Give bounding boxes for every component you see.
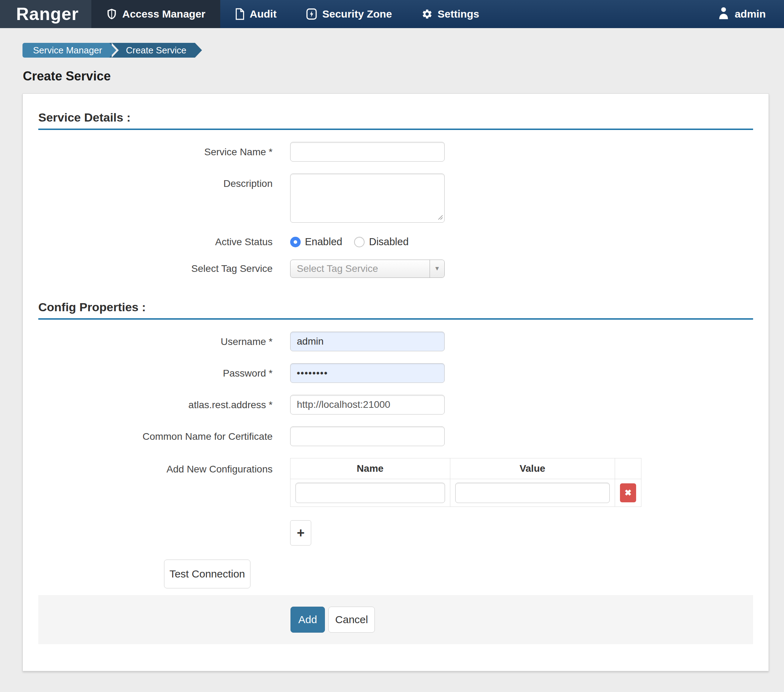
user-label: admin <box>735 8 766 20</box>
common-name-row: Common Name for Certificate <box>38 427 753 446</box>
test-connection-button[interactable]: Test Connection <box>164 560 250 588</box>
nav-access-manager[interactable]: Access Manager <box>91 0 220 28</box>
user-menu[interactable]: admin <box>717 0 784 28</box>
enabled-radio-label: Enabled <box>305 236 342 248</box>
add-new-configurations-label: Add New Configurations <box>38 458 290 507</box>
description-textarea[interactable] <box>290 173 445 223</box>
gear-icon <box>422 8 433 20</box>
atlas-rest-address-input[interactable] <box>290 395 445 415</box>
active-status-label: Active Status <box>38 236 290 248</box>
nav-security-zone[interactable]: Security Zone <box>291 0 407 28</box>
resize-handle-icon[interactable] <box>436 214 443 221</box>
cancel-button[interactable]: Cancel <box>328 606 375 633</box>
common-name-label: Common Name for Certificate <box>38 427 290 446</box>
add-button[interactable]: Add <box>290 606 325 633</box>
breadcrumb: Service Manager Create Service <box>23 43 784 58</box>
plus-icon: + <box>297 526 305 540</box>
password-label: Password * <box>38 363 290 383</box>
username-input[interactable] <box>290 331 445 351</box>
breadcrumb-create-service[interactable]: Create Service <box>109 43 195 58</box>
enabled-radio[interactable] <box>290 237 301 247</box>
tag-service-label: Select Tag Service <box>38 263 290 274</box>
section-heading-config-properties: Config Properties : <box>38 300 753 320</box>
username-row: Username * <box>38 331 753 351</box>
nav-item-label: Access Manager <box>122 8 206 20</box>
username-label: Username * <box>38 331 290 351</box>
config-action-header <box>615 458 641 479</box>
service-name-label: Service Name * <box>38 142 290 161</box>
nav-item-label: Security Zone <box>322 8 392 20</box>
config-name-input[interactable] <box>295 483 445 503</box>
page-title: Create Service <box>23 69 784 84</box>
nav-item-label: Settings <box>438 8 479 20</box>
description-row: Description <box>38 173 753 224</box>
form-actions-bar: Add Cancel <box>38 595 753 644</box>
tag-service-row: Select Tag Service Select Tag Service ▼ <box>38 260 753 278</box>
password-input[interactable] <box>290 363 445 383</box>
tag-service-select[interactable]: Select Tag Service ▼ <box>290 260 445 278</box>
atlas-rest-address-row: atlas.rest.address * <box>38 395 753 415</box>
disabled-radio-label: Disabled <box>369 236 408 248</box>
config-value-header: Value <box>450 458 615 479</box>
shield-icon <box>106 8 117 20</box>
new-configurations-table: Name Value ✖ <box>290 458 641 507</box>
atlas-rest-address-label: atlas.rest.address * <box>38 395 290 415</box>
disabled-radio[interactable] <box>354 237 365 247</box>
common-name-input[interactable] <box>290 427 445 446</box>
user-icon <box>717 6 730 22</box>
service-name-input[interactable] <box>290 142 445 161</box>
lightning-icon <box>306 8 317 20</box>
tag-service-placeholder: Select Tag Service <box>290 263 430 274</box>
password-row: Password * <box>38 363 753 383</box>
nav-item-label: Audit <box>250 8 277 20</box>
config-value-input[interactable] <box>455 483 610 503</box>
delete-config-row-button[interactable]: ✖ <box>620 483 636 503</box>
table-row: ✖ <box>290 479 641 507</box>
create-service-form-card: Service Details : Service Name * Descrip… <box>23 94 769 671</box>
add-config-row-button[interactable]: + <box>290 520 311 545</box>
chevron-down-icon[interactable]: ▼ <box>430 260 444 277</box>
description-label: Description <box>38 173 290 224</box>
active-status-row: Active Status Enabled Disabled <box>38 236 753 248</box>
nav-audit[interactable]: Audit <box>220 0 292 28</box>
close-icon: ✖ <box>624 488 632 498</box>
ranger-logo[interactable]: Ranger <box>0 0 91 28</box>
section-heading-service-details: Service Details : <box>38 110 753 130</box>
service-name-row: Service Name * <box>38 142 753 161</box>
document-icon <box>235 8 245 20</box>
breadcrumb-service-manager[interactable]: Service Manager <box>23 43 109 58</box>
top-navbar: Ranger Access Manager Audit Security Zon… <box>0 0 784 28</box>
add-new-configurations-row: Add New Configurations Name Value ✖ <box>38 458 753 507</box>
nav-settings[interactable]: Settings <box>407 0 494 28</box>
config-name-header: Name <box>290 458 450 479</box>
